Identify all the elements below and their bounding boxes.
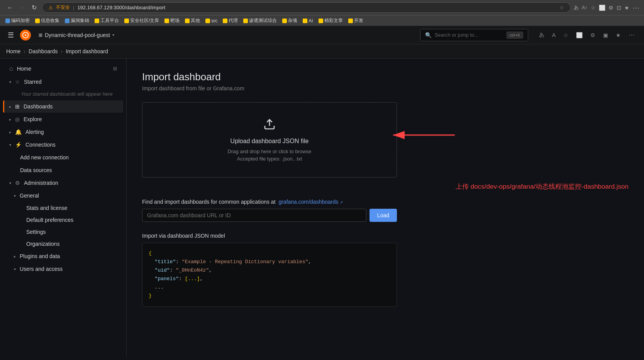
address-separator: |	[73, 5, 74, 10]
sidebar-item-home[interactable]: ⌂ Home ⊟	[3, 62, 123, 75]
settings-header-button[interactable]: ⚙	[587, 30, 598, 40]
json-indent-3	[149, 276, 155, 282]
json-indent	[149, 259, 155, 265]
sidebar-connections-label: Connections	[25, 142, 56, 148]
sidebar-item-administration[interactable]: ▾ ⚙ Administration	[3, 177, 123, 189]
star-header-button[interactable]: ★	[613, 30, 624, 40]
bookmark-star-button[interactable]: ☆	[591, 3, 596, 12]
panel-collapse-icon[interactable]: ⊟	[113, 66, 117, 71]
sidebar-item-organizations[interactable]: Organizations	[3, 238, 123, 250]
favorites-button[interactable]: ★	[624, 3, 629, 12]
bookmark-zaxiang[interactable]: 杂项	[280, 17, 300, 25]
sidebar: ⌂ Home ⊟ ▾ ☆ Starred Your starred dashbo…	[0, 59, 127, 357]
breadcrumb-sep-2: ›	[61, 48, 63, 54]
bookmark-qita[interactable]: 其他	[183, 17, 202, 25]
home-icon: ⌂	[9, 65, 13, 72]
grafana-dashboards-link[interactable]: grafana.com/dashboards ↗	[278, 199, 343, 205]
upload-zone[interactable]: Upload dashboard JSON file Drag and drop…	[142, 102, 397, 177]
upload-hint-line1: Drag and drop here or click to browse	[158, 148, 381, 156]
sidebar-item-alerting[interactable]: ▸ 🔔 Alerting	[3, 126, 123, 138]
sidebar-item-settings[interactable]: Settings	[3, 226, 123, 238]
sidebar-dashboards-label: Dashboards	[24, 103, 53, 110]
browser-chrome: ← → ↻ ⚠ 不安全 | 192.168.67.129:3000/dashbo…	[0, 0, 644, 15]
expand-plugins-icon: ▸	[14, 254, 16, 259]
bookmark-xinxi[interactable]: 信息收集	[33, 17, 62, 25]
bookmark-icon-9	[223, 19, 227, 23]
find-input-row: Load	[142, 209, 397, 222]
header-action-icons: あ A ☆ ⬜ ⚙ ▣ ★ ⋯	[536, 30, 638, 40]
screenshot-header-button[interactable]: ⬜	[573, 30, 586, 40]
bookmark-bichang[interactable]: 靶场	[162, 17, 182, 25]
json-brace-open: {	[149, 250, 152, 256]
grafana-logo	[20, 30, 31, 41]
sidebar-item-add-connection[interactable]: Add new connection	[3, 151, 123, 164]
upload-hint-line2: Accepted file types: .json, .txt	[158, 156, 381, 162]
sidebar-item-stats[interactable]: Stats and license	[3, 202, 123, 214]
explore-icon: ◎	[15, 116, 20, 122]
hamburger-menu-button[interactable]: ☰	[6, 29, 15, 41]
find-label-prefix: Find and import dashboards for common ap…	[142, 199, 276, 205]
sidebar-preferences-label: Default preferences	[26, 217, 73, 223]
sidebar-settings-label: Settings	[26, 229, 46, 235]
bookmark-ai[interactable]: AI	[300, 17, 315, 24]
bookmark-bianma[interactable]: 编码加密	[3, 17, 32, 25]
json-editor[interactable]: { "title": "Example - Repeating Dictiona…	[142, 243, 397, 307]
sidebar-users-label: Users and access	[20, 266, 63, 272]
find-section: Find and import dashboards for common ap…	[142, 199, 397, 222]
bookmarks-bar: 编码加密 信息收集 漏洞集锦 工具平台 安全社区/文库 靶场 其他 src 代理…	[0, 15, 644, 26]
sidebar-item-general[interactable]: ▾ General	[3, 189, 123, 202]
translate-header-button[interactable]: あ	[536, 30, 547, 40]
sidebar-alerting-label: Alerting	[25, 129, 44, 135]
sidebar-item-plugins[interactable]: ▸ Plugins and data	[3, 250, 123, 262]
bookmark-jingcai[interactable]: 精彩文章	[316, 17, 345, 25]
json-panels-val: [...]	[185, 276, 200, 282]
back-button[interactable]: ←	[5, 3, 15, 12]
screenshot-button[interactable]: ⬜	[599, 3, 605, 12]
bookmark-louvong[interactable]: 漏洞集锦	[63, 17, 92, 25]
bookmark-icon-7	[185, 19, 190, 23]
bookmark-icon-14	[348, 19, 353, 23]
bookmark-daili[interactable]: 代理	[220, 17, 240, 25]
split-view-button[interactable]: ⊡	[617, 3, 621, 12]
sidebar-item-connections[interactable]: ▾ ⚡ Connections	[3, 139, 123, 151]
sidebar-item-data-sources[interactable]: Data sources	[3, 164, 123, 176]
grafana-url-input[interactable]	[142, 209, 366, 222]
sidebar-item-users[interactable]: ▾ Users and access	[3, 263, 123, 275]
json-label: Import via dashboard JSON model	[142, 233, 397, 239]
expand-connections-icon: ▾	[9, 143, 11, 147]
sidebar-general-label: General	[20, 193, 39, 199]
sidebar-item-preferences[interactable]: Default preferences	[3, 214, 123, 226]
workspace-selector[interactable]: ⊞ Dynamic-thread-pool-guest ▾	[36, 30, 117, 40]
search-shortcut-badge: ctrl+K	[507, 32, 523, 39]
forward-button[interactable]: →	[17, 3, 28, 12]
json-brace-close: }	[149, 293, 152, 299]
breadcrumb-home[interactable]: Home	[6, 48, 20, 54]
json-colon-3: :	[179, 276, 185, 282]
menu-button[interactable]: ⋯	[632, 3, 639, 12]
bookmark-src[interactable]: src	[203, 17, 220, 24]
more-header-button[interactable]: ⋯	[625, 30, 638, 40]
refresh-button[interactable]: ↻	[29, 3, 39, 12]
bookmark-icon-2	[35, 19, 40, 23]
bookmark-shentou[interactable]: 渗透测试综合	[241, 17, 279, 25]
font-size-button[interactable]: A↑	[582, 3, 588, 12]
sidebar-item-dashboards[interactable]: ▸ ⊞ Dashboards	[3, 100, 123, 113]
address-bar[interactable]: ⚠ 不安全 | 192.168.67.129:3000/dashboard/im…	[42, 2, 571, 13]
json-section: Import via dashboard JSON model { "title…	[142, 233, 397, 307]
font-header-button[interactable]: A	[549, 30, 559, 40]
translate-button[interactable]: あ	[574, 3, 579, 12]
sidebar-item-explore[interactable]: ▸ ◎ Explore	[3, 113, 123, 125]
split-header-button[interactable]: ▣	[600, 30, 611, 40]
bookmark-kaifa[interactable]: 开发	[346, 17, 366, 25]
bookmark-icon-10	[243, 19, 248, 23]
bookmark-header-button[interactable]: ☆	[560, 30, 571, 40]
search-bar[interactable]: 🔍 Search or jump to... ctrl+K	[420, 29, 528, 41]
sidebar-item-starred[interactable]: ▾ ☆ Starred	[3, 76, 123, 88]
load-button[interactable]: Load	[369, 209, 397, 222]
bookmark-gongju[interactable]: 工具平台	[92, 17, 121, 25]
settings-button[interactable]: ⚙	[608, 3, 613, 12]
breadcrumb-dashboards[interactable]: Dashboards	[29, 48, 58, 54]
star-icon[interactable]: ☆	[559, 5, 564, 10]
star-sidebar-icon: ☆	[15, 79, 20, 85]
bookmark-anquan[interactable]: 安全社区/文库	[122, 17, 161, 25]
